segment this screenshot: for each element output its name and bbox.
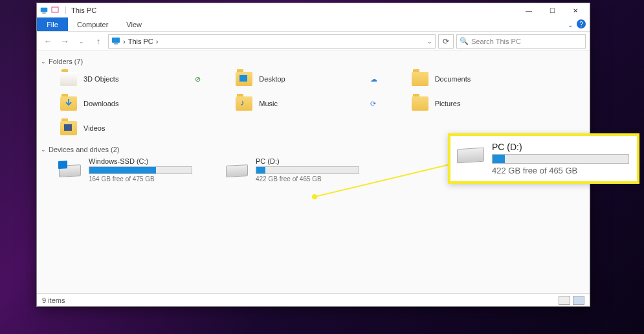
sync-cloud-icon: ☁	[370, 75, 377, 84]
sync-refresh-icon: ⟳	[370, 100, 376, 108]
folder-icon	[234, 69, 254, 89]
folder-label: 3D Objects	[83, 75, 118, 83]
breadcrumb-sep: ›	[123, 38, 126, 45]
search-input[interactable]: 🔍 Search This PC	[456, 34, 586, 49]
refresh-button[interactable]: ⟳	[438, 34, 454, 49]
svg-rect-3	[112, 38, 120, 43]
chevron-down-icon: ⌄	[41, 58, 46, 65]
drive-icon	[457, 148, 485, 169]
address-bar[interactable]: › This PC › ⌄	[108, 34, 436, 49]
capacity-bar	[256, 166, 359, 174]
details-view-button[interactable]	[559, 296, 570, 305]
callout-drive-label: PC (D:)	[492, 142, 630, 152]
drive-c[interactable]: Windows-SSD (C:) 164 GB free of 475 GB	[59, 157, 208, 183]
history-dropdown[interactable]: ⌄	[74, 34, 89, 49]
folder-label: Documents	[435, 75, 471, 83]
folder-icon	[59, 118, 78, 138]
folder-label: Downloads	[83, 100, 118, 107]
folder-videos[interactable]: Videos	[59, 117, 234, 139]
address-row: ← → ⌄ ↑ › This PC › ⌄ ⟳ 🔍 Search This PC	[37, 32, 590, 51]
callout-free-text: 422 GB free of 465 GB	[492, 166, 630, 175]
breadcrumb-sep: ›	[156, 38, 159, 45]
capacity-bar	[89, 166, 192, 174]
group-folders-header[interactable]: ⌄ Folders (7)	[41, 58, 586, 65]
tab-view[interactable]: View	[117, 17, 151, 31]
capacity-fill	[256, 167, 265, 173]
help-icon[interactable]: ?	[577, 19, 586, 28]
svg-rect-4	[114, 43, 118, 45]
folder-label: Pictures	[435, 100, 461, 107]
pc-icon	[111, 37, 120, 46]
drive-icon	[226, 157, 249, 177]
up-button[interactable]: ↑	[91, 34, 105, 49]
minimize-button[interactable]: —	[517, 4, 540, 17]
svg-rect-2	[52, 7, 58, 12]
search-placeholder: Search This PC	[471, 38, 521, 45]
ribbon: File Computer View ⌄ ?	[37, 17, 590, 32]
svg-rect-0	[41, 8, 48, 12]
maximize-button[interactable]: ☐	[540, 4, 564, 17]
titlebar: This PC — ☐ ✕	[37, 3, 590, 17]
forward-button[interactable]: →	[58, 34, 72, 49]
group-folders-label: Folders (7)	[49, 58, 83, 65]
drive-label: PC (D:)	[256, 157, 359, 165]
ribbon-expand-icon[interactable]: ⌄	[568, 21, 573, 28]
tiles-view-button[interactable]	[573, 296, 584, 305]
breadcrumb-this-pc[interactable]: This PC	[128, 38, 153, 45]
folder-icon: ♪	[234, 94, 254, 113]
folder-pictures[interactable]: Pictures	[410, 93, 586, 115]
folder-icon	[410, 94, 430, 113]
folder-icon	[59, 69, 78, 89]
this-pc-icon	[39, 6, 49, 15]
quick-access-icon[interactable]	[51, 6, 60, 15]
folder-downloads[interactable]: Downloads	[59, 93, 234, 115]
drive-free-text: 422 GB free of 465 GB	[256, 175, 359, 183]
capacity-bar	[492, 154, 629, 164]
tab-computer[interactable]: Computer	[68, 17, 117, 31]
chevron-down-icon: ⌄	[41, 146, 46, 153]
svg-rect-1	[42, 13, 45, 14]
folder-music[interactable]: ♪ Music ⟳	[234, 93, 410, 115]
drive-free-text: 164 GB free of 475 GB	[89, 175, 192, 183]
folder-icon	[410, 69, 430, 89]
svg-rect-6	[64, 124, 72, 131]
sync-check-icon: ⊘	[195, 75, 201, 84]
folders-grid: 3D Objects ⊘ Desktop ☁ Documents Downloa…	[41, 68, 586, 139]
address-dropdown-icon[interactable]: ⌄	[427, 38, 432, 45]
drive-d[interactable]: PC (D:) 422 GB free of 465 GB	[226, 157, 375, 183]
back-button[interactable]: ←	[41, 34, 55, 49]
svg-rect-5	[239, 75, 247, 82]
window-title: This PC	[71, 6, 96, 14]
folder-label: Videos	[83, 124, 105, 132]
separator	[65, 6, 66, 14]
folder-label: Music	[259, 100, 278, 107]
folder-desktop[interactable]: Desktop ☁	[234, 68, 410, 90]
drive-label: Windows-SSD (C:)	[89, 157, 192, 165]
folder-icon	[59, 94, 78, 113]
close-button[interactable]: ✕	[564, 4, 587, 17]
folder-3d-objects[interactable]: 3D Objects ⊘	[59, 68, 234, 90]
group-drives-label: Devices and drives (2)	[49, 146, 119, 153]
folder-label: Desktop	[259, 75, 285, 83]
capacity-fill	[89, 167, 156, 173]
annotation-callout: PC (D:) 422 GB free of 465 GB	[448, 133, 639, 184]
capacity-fill	[493, 155, 505, 163]
status-bar: 9 items	[37, 293, 590, 306]
os-drive-icon	[59, 157, 82, 177]
folder-documents[interactable]: Documents	[410, 68, 586, 90]
status-item-count: 9 items	[42, 296, 65, 304]
file-tab[interactable]: File	[37, 17, 68, 31]
search-icon: 🔍	[460, 37, 469, 45]
